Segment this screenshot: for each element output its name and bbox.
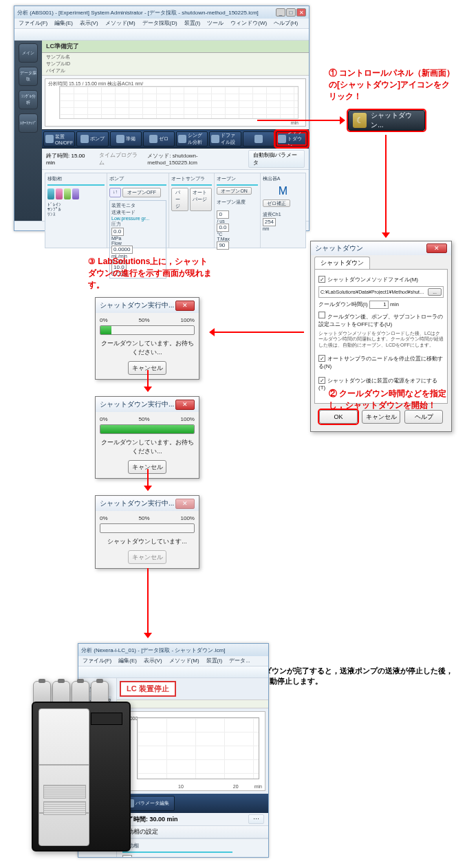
menu-item[interactable]: データ... (229, 657, 250, 665)
final-btn[interactable]: ⋯ (248, 814, 264, 824)
btn-auto-params[interactable]: 自動制御パラメータ (248, 150, 305, 168)
menu-item[interactable]: 編集(E) (54, 19, 73, 28)
btn-download[interactable]: ↓↑ (109, 188, 121, 197)
menu-item[interactable]: データ採取(D) (142, 19, 177, 28)
oven-temp-set[interactable]: 0.0 (217, 224, 229, 232)
sd-tabrow: シャットダウン (311, 255, 451, 269)
menu-item[interactable]: 表示(V) (144, 657, 162, 665)
sd-tab[interactable]: シャットダウン (314, 257, 370, 269)
step1-caption: ① コントロールパネル（新画面）の[シャットダウン]アイコンをクリック！ (329, 67, 457, 102)
flow-value[interactable]: 0.0000 (111, 246, 132, 254)
side-startup-icon[interactable]: ｽﾀｰﾄｱｯﾌﾟ (19, 113, 38, 133)
chk-file[interactable]: ✓ (318, 276, 325, 283)
side-single-icon[interactable]: ｼﾝｸﾞﾙ分析 (19, 90, 38, 109)
bottle-icon[interactable] (47, 188, 54, 199)
bottle-icon[interactable] (64, 188, 71, 199)
shutdown-toolbar-button[interactable]: ☾ シャットダウン... (348, 110, 425, 131)
chk-needle-label: オートサンプラのニードルを停止位置に移動する(N) (318, 356, 443, 369)
bottle-icon[interactable] (56, 188, 63, 199)
arrow-icon (385, 135, 387, 237)
sd-close-button[interactable]: ✕ (426, 243, 447, 253)
toolbar-shutdown[interactable]: シャットダウン... (276, 131, 307, 147)
progress-bar (100, 325, 195, 335)
toolbar-methodfile[interactable]: メソッドファイル設定 (209, 131, 241, 147)
main-window-title: 分析 (ABS001) - [Experiment] System Admini… (17, 9, 259, 17)
sd-dialog-titlebar[interactable]: シャットダウン ✕ (311, 241, 451, 255)
sd-title: シャットダウン (315, 243, 363, 253)
endtime-bar: 終了時間: 15.00 min タイムプログラム メソッド: shutdown-… (42, 149, 309, 170)
final-toolbar-row[interactable] (78, 666, 268, 678)
oven-temp[interactable]: 0 (217, 210, 229, 219)
toolbar-pump[interactable]: ポンプ (76, 131, 108, 147)
pdlg2-titlebar[interactable]: シャットダウン実行中... ✕ (96, 397, 199, 412)
tab-method[interactable]: メソッド: shutdown-method_150225.lcm (147, 152, 241, 166)
final-title: 分析 (Nexera-i-LC_01) - [データ採取 - シャットダウン.l… (81, 647, 225, 654)
main-menubar[interactable]: ファイル(F) 編集(E) 表示(V) メソッド(M) データ採取(D) 装置(… (14, 19, 309, 28)
label-solvent: 移動相 (47, 175, 105, 182)
btn-purge[interactable]: パージ (171, 188, 188, 211)
final-titlebar[interactable]: 分析 (Nexera-i-LC_01) - [データ採取 - シャットダウン.l… (78, 644, 268, 656)
chart-xtick: 10 (178, 784, 184, 789)
endtime-label: 終了時間: 15.00 min (46, 152, 92, 166)
left-side-panel: メイン データ採取 ｼﾝｸﾞﾙ分析 ｽﾀｰﾄｱｯﾌﾟ (14, 41, 42, 221)
pdlg1-titlebar[interactable]: シャットダウン実行中... ✕ (96, 298, 199, 313)
cooldown-input[interactable]: 1 (369, 301, 389, 309)
scale-label: 0% (100, 515, 108, 521)
minimize-button[interactable]: _ (276, 8, 285, 17)
label-detector: 検出器A (263, 175, 303, 182)
menu-item[interactable]: ヘルプ(H) (274, 19, 298, 28)
final-lc-label: LC (117, 699, 268, 708)
final-phase-val[interactable]: A (122, 855, 132, 858)
tab-timeprogram[interactable]: タイムプログラム (99, 151, 140, 166)
chk-power[interactable]: ✓ (318, 377, 325, 384)
sd-help-button[interactable]: ヘルプ (404, 410, 443, 424)
menu-item[interactable]: 装置(I) (206, 657, 223, 665)
bottle-icon[interactable] (72, 188, 79, 199)
btn-autopurge[interactable]: オートパージ (190, 188, 213, 211)
close-button[interactable]: ✕ (296, 8, 306, 17)
btn-oven-on[interactable]: オーブンON (217, 187, 252, 195)
arrow-icon (210, 332, 304, 333)
scale-label: 100% (181, 416, 195, 422)
final-menubar[interactable]: ファイル(F) 編集(E) 表示(V) メソッド(M) 装置(I) データ... (78, 656, 268, 666)
toolbar-extra[interactable] (243, 131, 274, 147)
menu-item[interactable]: メソッド(M) (105, 19, 135, 28)
step3-caption: ③ LabSolutions上に，シャットダウンの進行を示す画面が現れます。 (88, 256, 215, 290)
main-toolbar[interactable] (14, 28, 309, 41)
pdlg2-close[interactable]: ✕ (175, 400, 195, 410)
menu-item[interactable]: ツール (207, 19, 224, 28)
browse-button[interactable]: ... (428, 288, 442, 296)
tmax[interactable]: 90 (217, 241, 229, 250)
chk-needle[interactable]: ✓ (318, 355, 325, 362)
maximize-button[interactable]: □ (286, 8, 296, 17)
wavelength[interactable]: 254 (263, 218, 276, 226)
side-data-icon[interactable]: データ採取 (19, 67, 38, 86)
label-autosampler: オートサンプラ (171, 175, 212, 182)
toolbar-ready[interactable]: 準備 (110, 131, 142, 147)
pdlg3-title: シャットダウン実行中... (100, 499, 174, 508)
sd-ok-button[interactable]: OK (319, 410, 358, 424)
final-chart[interactable]: 100000 0 10 20 min (120, 711, 265, 791)
pdlg1-close[interactable]: ✕ (175, 301, 195, 311)
btn-zero[interactable]: ゼロ補正 (263, 199, 290, 207)
menu-item[interactable]: ファイル(F) (19, 19, 47, 28)
sd-path-input[interactable]: C:¥LabSolutions¥Data¥Project1¥Method¥shu… (318, 286, 444, 298)
toolbar-single[interactable]: シングル分析 (176, 131, 208, 147)
main-window-titlebar[interactable]: 分析 (ABS001) - [Experiment] System Admini… (14, 6, 309, 19)
menu-item[interactable]: 表示(V) (80, 19, 98, 28)
pdlg3-titlebar[interactable]: シャットダウン実行中... ✕ (96, 496, 199, 511)
toolbar-onoff[interactable]: 装置ON/OFF (43, 131, 75, 147)
toolbar-zero[interactable]: ゼロ (143, 131, 175, 147)
menu-item[interactable]: ウィンドウ(W) (230, 19, 267, 28)
arrow-icon (147, 469, 149, 490)
btn-oven-off[interactable]: オーブンOFF (122, 188, 161, 197)
menu-item[interactable]: 編集(E) (118, 657, 137, 665)
chk-units[interactable] (318, 312, 325, 318)
sd-cancel-button[interactable]: キャンセル (362, 410, 400, 424)
step2-caption: ② クールダウン時間などを指定し，シャットダウンを開始！ (329, 388, 453, 411)
side-main-icon[interactable]: メイン (19, 43, 38, 63)
menu-item[interactable]: 装置(I) (184, 19, 201, 28)
menu-item[interactable]: メソッド(M) (169, 657, 199, 665)
sample-subheader: サンプル名 サンプルID バイアル (42, 53, 309, 76)
menu-item[interactable]: ファイル(F) (83, 657, 111, 665)
